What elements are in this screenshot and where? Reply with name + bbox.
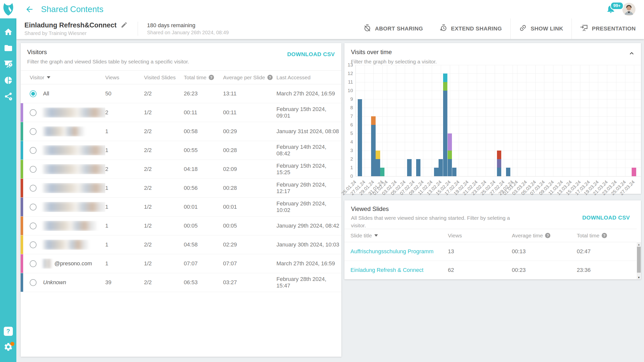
visitor-last-accessed: February 15th 2024, 09:01 (276, 106, 341, 119)
visitor-visited-slides: 2/2 (144, 185, 184, 191)
slide-title-link[interactable]: Auffrischungsschulung Programm (350, 248, 434, 255)
visitor-visited-slides: 2/2 (144, 241, 184, 248)
visitor-color-bar (21, 235, 23, 254)
visitor-radio[interactable] (30, 90, 37, 97)
chart-y-tick-label: 9 (345, 96, 353, 102)
visitor-last-accessed: March 27th 2024, 16:59 (276, 90, 341, 97)
visitor-name-cell (30, 221, 105, 231)
sidebar-item-analytics[interactable] (3, 76, 13, 86)
slide-average-time: 00:23 (512, 267, 577, 273)
presono-logo[interactable] (0, 0, 16, 18)
help-icon[interactable]: ? (545, 233, 550, 238)
visitor-name-cell (30, 126, 105, 136)
edit-title-button[interactable] (121, 21, 128, 29)
visitor-views: 1 (105, 147, 144, 154)
visitor-name-cell (30, 202, 105, 212)
visitors-download-csv-link[interactable]: DOWNLOAD CSV (287, 51, 335, 58)
slide-title-link[interactable]: Einladung Refresh & Connect (350, 267, 423, 273)
column-label: Visitor (30, 75, 44, 81)
visitor-radio[interactable] (30, 223, 37, 229)
scroll-down-icon[interactable]: ▼ (637, 275, 641, 279)
visits-subtitle: Filter the graph by selecting a visitor. (351, 58, 634, 65)
visitor-color-bar (21, 103, 23, 122)
page-title: Shared Contents (41, 5, 103, 14)
visitors-table-header: VisitorViewsVisited SlidesTotal time?Ave… (21, 70, 341, 84)
extend-sharing-button[interactable]: EXTEND SHARING (431, 18, 510, 39)
visitor-visited-slides: 1/2 (144, 260, 184, 267)
sidebar-item-folder[interactable] (3, 44, 13, 54)
viewed-slides-panel: Viewed Slides All Slides that were viewe… (344, 200, 641, 279)
visitor-average-per-slide: 00:28 (223, 185, 276, 191)
visitor-radio[interactable] (30, 279, 37, 286)
visitor-total-time: 04:18 (184, 166, 223, 172)
presentation-icon (580, 24, 588, 33)
chart-y-tick-label: 4 (345, 139, 353, 145)
visitor-radio[interactable] (30, 260, 37, 267)
main-content: Visitors Filter the graph and viewed Sli… (16, 39, 644, 362)
chart-gridline (553, 65, 553, 176)
visitor-last-accessed: February 28th 2024, 15:47 (276, 276, 341, 289)
sidebar-item-settings[interactable] (3, 342, 13, 352)
link-icon (519, 24, 527, 33)
back-button[interactable] (24, 4, 34, 14)
visitor-radio[interactable] (30, 147, 37, 154)
visitor-radio[interactable] (30, 204, 37, 210)
help-icon[interactable]: ? (267, 75, 273, 80)
visitor-row: 21/200:1100:11February 15th 2024, 09:01 (21, 103, 341, 122)
visitor-visited-slides: 2/2 (144, 279, 184, 286)
visitor-radio[interactable] (30, 166, 37, 173)
visitor-name-cell: @presono.com (30, 259, 105, 269)
column-header-slide-title[interactable]: Slide title (350, 233, 448, 239)
visitor-visited-slides: 2/2 (144, 166, 184, 172)
days-remaining: 180 days remaining (147, 22, 229, 29)
chart-bar-segment (497, 151, 501, 159)
notifications-button[interactable]: 99+ (606, 4, 617, 15)
visitor-radio[interactable] (30, 185, 37, 192)
visitor-radio[interactable] (30, 128, 37, 135)
visitor-views: 1 (105, 260, 144, 267)
visitor-row: 11/200:0500:05January 29th 2024, 08:42 (21, 216, 341, 235)
sidebar-item-presentations-history[interactable] (3, 60, 13, 70)
home-icon (4, 27, 13, 38)
share-meta-block: 180 days remaining Shared on January 26t… (147, 22, 229, 35)
user-avatar[interactable] (622, 3, 635, 16)
sidebar-item-shared-contents[interactable] (3, 92, 13, 102)
visitor-total-time: 26:23 (184, 90, 223, 97)
chart-bar-segment (407, 159, 411, 176)
chart-gridline (504, 65, 504, 176)
presentation-button[interactable]: PRESENTATION (571, 18, 644, 39)
action-label: PRESENTATION (592, 25, 636, 32)
visitor-average-per-slide: 00:29 (223, 128, 276, 135)
slide-row: Einladung Refresh & Connect6200:2323:36 (344, 261, 637, 279)
slide-average-time: 00:13 (512, 248, 577, 255)
collapse-panel-button[interactable] (628, 50, 635, 58)
action-label: SHOW LINK (531, 25, 563, 32)
slides-download-csv-link[interactable]: DOWNLOAD CSV (582, 214, 630, 221)
visitor-radio[interactable] (30, 109, 37, 116)
help-icon[interactable]: ? (209, 75, 214, 80)
help-icon[interactable]: ? (602, 233, 607, 238)
visitor-radio[interactable] (30, 241, 37, 248)
scrollbar-thumb[interactable] (637, 247, 641, 273)
chart-bar-segment (380, 168, 384, 176)
chart-gridline (607, 65, 607, 176)
chart-gridline (486, 65, 486, 176)
chart-gridline (589, 65, 589, 176)
help-icon: ? (4, 327, 13, 336)
visitor-total-time: 00:55 (184, 147, 223, 154)
column-header-visitor[interactable]: Visitor (30, 75, 105, 81)
chart-bar-segment (452, 168, 456, 176)
visitor-total-time: 07:07 (184, 260, 223, 267)
viewed-slides-title: Viewed Slides (351, 205, 634, 212)
slides-scrollbar[interactable]: ▲ ▼ (637, 242, 641, 279)
show-link-button[interactable]: SHOW LINK (510, 18, 571, 39)
chart-bar-segment (416, 159, 420, 176)
abort-sharing-button[interactable]: ABORT SHARING (355, 18, 431, 39)
sidebar-item-home[interactable] (3, 27, 13, 38)
chart-gridline (616, 65, 616, 176)
scroll-up-icon[interactable]: ▲ (637, 242, 641, 246)
sidebar-item-help[interactable]: ? (3, 326, 13, 336)
visitor-views: 1 (105, 185, 144, 191)
chart-gridline (495, 65, 495, 176)
visitor-views: 39 (105, 279, 144, 286)
